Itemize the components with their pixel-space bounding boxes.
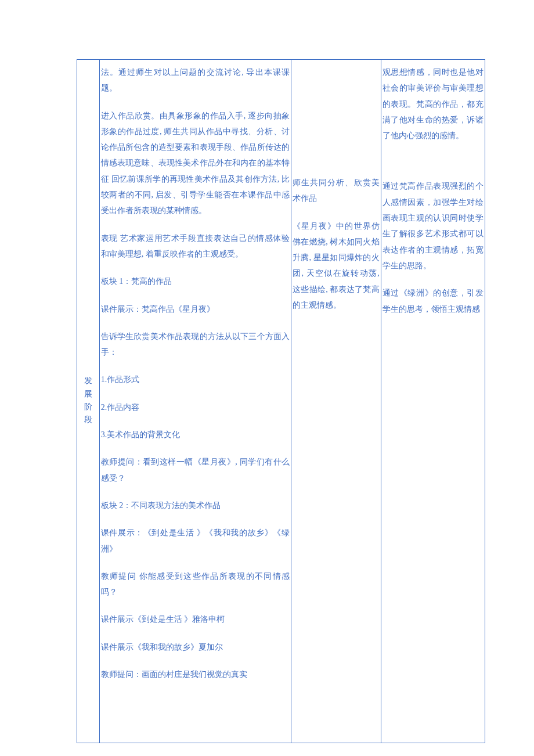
para: 进入作品欣赏。由具象形象的作品入手, 逐步向抽象形象的作品过度, 师生共同从作品…	[101, 108, 290, 219]
para: 教师提问：画面的村庄是我们视觉的真实	[101, 667, 290, 682]
teacher-activity-cell: 法。通过师生对以上问题的交流讨论, 导出本课课题。 进入作品欣赏。由具象形象的作…	[99, 60, 291, 743]
para: 课件展示：《到处是生活 》《我和我的故乡》《绿洲》	[101, 525, 290, 557]
lesson-plan-table: 发展阶段 法。通过师生对以上问题的交流讨论, 导出本课课题。 进入作品欣赏。由具…	[77, 59, 485, 743]
para: 2.作品内容	[101, 399, 290, 415]
para: 通过梵高作品表现强烈的个人感情因素，加强学生对绘画表现主观的认识同时使学生了解很…	[383, 178, 484, 273]
para: 板块 2：不同表现方法的美术作品	[101, 498, 290, 513]
para: 《星月夜》中的世界仿佛在燃烧, 树木如同火焰升腾, 星星如同爆炸的火团, 天空似…	[293, 218, 380, 314]
para: 1.作品形式	[101, 372, 290, 387]
para: 师生共同分析、欣赏美术作品	[293, 175, 380, 207]
stage-label: 发展阶段	[84, 375, 92, 427]
para: 法。通过师生对以上问题的交流讨论, 导出本课课题。	[101, 64, 290, 96]
para: 课件展示《到处是生活 》雅洛申柯	[101, 611, 290, 627]
para: 教师提问 你能感受到这些作品所表现的不同情感吗？	[101, 568, 290, 600]
stage-cell: 发展阶段	[77, 60, 100, 743]
para: 表现 艺术家运用艺术手段直接表达自己的情感体验和审美理想, 着重反映作者的主观感…	[101, 231, 290, 262]
student-activity-cell: 师生共同分析、欣赏美术作品 《星月夜》中的世界仿佛在燃烧, 树木如同火焰升腾, …	[291, 60, 381, 743]
para: 3.美术作品的背景文化	[101, 427, 290, 442]
para: 观思想情感，同时也是他对社会的审美评价与审美理想的表现。梵高的作品，都充满了他对…	[383, 64, 484, 143]
para: 课件展示：梵高作品《星月夜》	[101, 301, 290, 317]
para: 通过《绿洲》的创意，引发学生的思考，领悟主观情感	[383, 285, 484, 317]
para: 板块 1：梵高的作品	[101, 273, 290, 289]
para: 告诉学生欣赏美术作品表现的方法从以下三个方面入手：	[101, 329, 290, 361]
design-intent-cell: 观思想情感，同时也是他对社会的审美评价与审美理想的表现。梵高的作品，都充满了他对…	[381, 60, 485, 743]
para: 教师提问：看到这样一幅《星月夜》, 同学们有什么感受？	[101, 454, 290, 486]
para: 课件展示《我和我的故乡》夏加尔	[101, 639, 290, 655]
